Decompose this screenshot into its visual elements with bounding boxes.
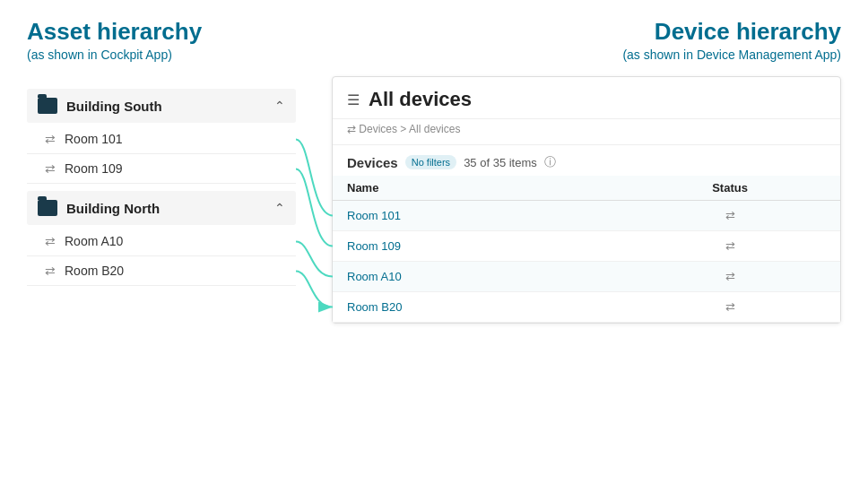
tree-child-rooma10[interactable]: ⇄ Room A10	[27, 227, 296, 256]
chevron-south-icon: ⌃	[274, 99, 285, 113]
items-count: 35 of 35 items	[464, 156, 537, 169]
left-panel-title: Asset hierarchy	[27, 18, 296, 46]
device-icon-rooma10: ⇄	[45, 234, 56, 248]
no-filters-badge: No filters	[405, 155, 456, 169]
device-status-roomb20: ⇄	[620, 292, 840, 323]
room-101-left-label: Room 101	[65, 132, 123, 146]
device-status-room109: ⇄	[620, 231, 840, 262]
table-row-room109[interactable]: Room 109 ⇄	[333, 231, 840, 262]
building-south-parent[interactable]: Building South ⌃	[27, 89, 296, 123]
info-icon: ⓘ	[544, 154, 556, 170]
tree-child-room101[interactable]: ⇄ Room 101	[27, 125, 296, 154]
folder-icon-south	[38, 98, 57, 114]
tree-group-south: Building South ⌃ ⇄ Room 101 ⇄ Room 109	[27, 89, 296, 184]
device-subheader: Devices No filters 35 of 35 items ⓘ	[333, 145, 840, 176]
device-icon-room101: ⇄	[45, 132, 56, 146]
all-devices-title: All devices	[369, 88, 472, 111]
building-south-label: Building South	[66, 99, 265, 114]
right-panel-title: Device hierarchy	[332, 18, 841, 46]
col-header-status: Status	[620, 176, 840, 201]
device-icon-roomb20: ⇄	[45, 264, 56, 278]
device-name-roomb20: Room B20	[333, 292, 620, 323]
chevron-north-icon: ⌃	[274, 201, 285, 215]
device-status-room101: ⇄	[620, 201, 840, 231]
building-north-label: Building North	[66, 201, 265, 216]
room-b20-left-label: Room B20	[65, 264, 124, 278]
device-panel: ☰ All devices ⇄ Devices > All devices De…	[332, 76, 841, 324]
room-a10-left-label: Room A10	[65, 234, 123, 248]
room-109-left-label: Room 109	[65, 161, 123, 176]
device-name-room101: Room 101	[333, 201, 620, 231]
table-row-rooma10[interactable]: Room A10 ⇄	[333, 262, 840, 292]
table-row-room101[interactable]: Room 101 ⇄	[333, 201, 840, 231]
table-header-row: Name Status	[333, 176, 840, 201]
device-status-rooma10: ⇄	[620, 262, 840, 292]
hamburger-icon: ☰	[347, 91, 360, 108]
device-name-rooma10: Room A10	[333, 262, 620, 292]
right-panel-subtitle: (as shown in Device Management App)	[332, 48, 841, 62]
breadcrumb-icon: ⇄	[347, 123, 359, 135]
tree-child-roomb20[interactable]: ⇄ Room B20	[27, 256, 296, 286]
devices-label: Devices	[347, 155, 398, 170]
building-north-parent[interactable]: Building North ⌃	[27, 191, 296, 225]
device-table: Name Status Room 101 ⇄ Room 109 ⇄ Room A…	[333, 176, 840, 323]
right-panel: Device hierarchy (as shown in Device Man…	[314, 18, 841, 475]
tree-children-north: ⇄ Room A10 ⇄ Room B20	[27, 227, 296, 286]
tree-children-south: ⇄ Room 101 ⇄ Room 109	[27, 125, 296, 184]
device-icon-room109: ⇄	[45, 161, 56, 176]
table-row-roomb20[interactable]: Room B20 ⇄	[333, 292, 840, 323]
breadcrumb: ⇄ Devices > All devices	[333, 119, 840, 145]
left-panel-subtitle: (as shown in Cockpit App)	[27, 48, 296, 62]
device-panel-header: ☰ All devices	[333, 77, 840, 119]
folder-icon-north	[38, 200, 57, 216]
left-panel: Asset hierarchy (as shown in Cockpit App…	[27, 18, 314, 475]
col-header-name: Name	[333, 176, 620, 201]
breadcrumb-text: Devices > All devices	[359, 123, 460, 135]
tree-child-room109[interactable]: ⇄ Room 109	[27, 154, 296, 184]
main-container: Asset hierarchy (as shown in Cockpit App…	[0, 0, 868, 493]
tree-group-north: Building North ⌃ ⇄ Room A10 ⇄ Room B20	[27, 191, 296, 286]
asset-tree: Building South ⌃ ⇄ Room 101 ⇄ Room 109	[27, 89, 296, 286]
device-name-room109: Room 109	[333, 231, 620, 262]
